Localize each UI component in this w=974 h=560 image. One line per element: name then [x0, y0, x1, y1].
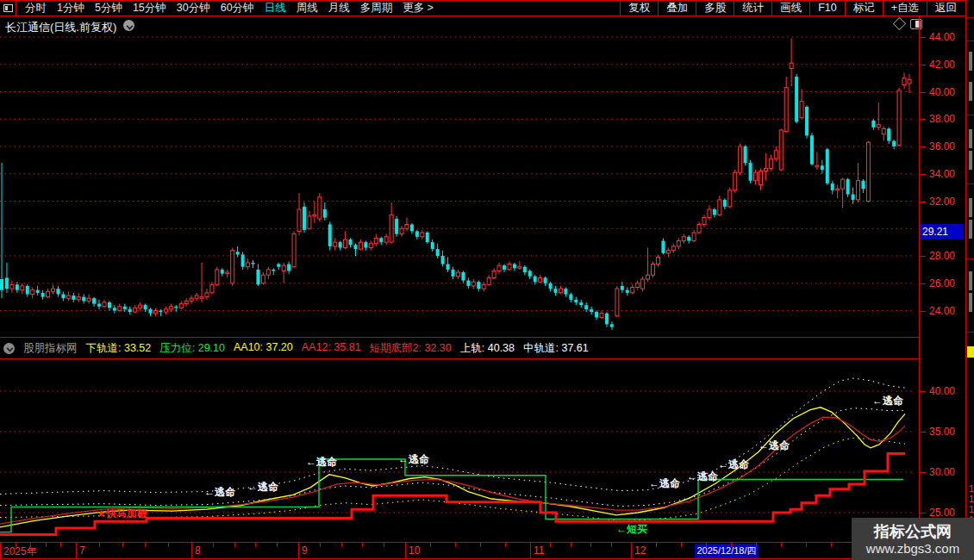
indicator-chart[interactable]: ←逃命←逃命←逃命←逃命←逃命←逃命←逃命←逃命←逃命←短买★快马加鞭 [0, 359, 919, 542]
indicator-line-短期底部2 [0, 453, 905, 534]
price-axis-label: 32.00 [929, 196, 955, 208]
tool-item-返回[interactable]: 返回 [927, 1, 965, 16]
side-panel-sliver[interactable]: 1111111 [965, 0, 974, 560]
tool-item-画线[interactable]: 画线 [771, 1, 809, 16]
indicator-value-下轨道: 下轨道: 33.52 [86, 341, 152, 356]
axis-tick [920, 472, 926, 473]
annotation: ←短买 [616, 523, 647, 535]
indicator-value-中轨道: 中轨道: 37.61 [523, 341, 589, 356]
sliver-text-fragment [969, 293, 972, 312]
period-item-日线[interactable]: 日线 [265, 1, 286, 16]
time-tick-minor [46, 543, 47, 547]
period-menu: 分时1分钟5分钟15分钟30分钟60分钟日线周线月线多周期更多 > [25, 1, 434, 16]
period-item-30分钟[interactable]: 30分钟 [177, 1, 210, 16]
axis-tick [920, 119, 926, 120]
indicator-value-AA10: AA10: 37.20 [234, 341, 293, 356]
layout-icon [3, 4, 13, 12]
time-tick-minor [255, 543, 256, 547]
period-item-15分钟[interactable]: 15分钟 [133, 1, 166, 16]
axis-tick [920, 283, 926, 284]
annotation: ←逃命 [649, 477, 680, 489]
axis-tick [920, 37, 926, 38]
annotation: ←逃命 [398, 453, 429, 465]
time-tick-minor [756, 543, 757, 547]
period-item-1分钟[interactable]: 1分钟 [57, 1, 84, 16]
indicator-axis-label: 30.00 [929, 466, 955, 478]
period-item-5分钟[interactable]: 5分钟 [95, 1, 122, 16]
diamond-icon[interactable] [893, 17, 907, 31]
annotation: ←逃命 [247, 481, 278, 493]
axis-tick [920, 202, 926, 202]
period-item-分时[interactable]: 分时 [25, 1, 47, 16]
price-axis-label: 38.00 [929, 113, 955, 125]
watermark-title: 指标公式网 [874, 522, 952, 541]
time-axis-label: 11 [534, 544, 544, 557]
axis-tick [920, 256, 926, 257]
period-item-月线[interactable]: 月线 [328, 1, 350, 16]
tool-item-F10[interactable]: F10 [809, 1, 845, 16]
tool-item-叠加[interactable]: 叠加 [658, 1, 696, 16]
price-axis-label: 28.00 [929, 250, 955, 262]
period-item-周线[interactable]: 周线 [297, 1, 318, 16]
indicator-header: 股朋指标网 下轨道: 33.52压力位: 29.10AA10: 37.20AA1… [0, 337, 919, 359]
price-axis-label: 34.00 [929, 168, 955, 180]
indicator-axis-label: 40.00 [929, 385, 955, 397]
sliver-separator [966, 40, 974, 41]
tool-item-+自选[interactable]: +自选 [883, 1, 927, 16]
period-item-多周期[interactable]: 多周期 [360, 1, 393, 16]
sliver-text-fragment [969, 271, 972, 290]
watermark: 指标公式网 www.zbgs3.com [852, 518, 974, 560]
time-tick-minor [656, 543, 657, 547]
time-tick-minor [571, 543, 571, 547]
time-tick-minor [430, 543, 431, 547]
period-item-60分钟[interactable]: 60分钟 [221, 1, 254, 16]
main-candlestick-chart[interactable] [0, 34, 919, 338]
annotation: ←逃命 [718, 458, 749, 470]
time-axis-label: 8 [195, 544, 201, 557]
sliver-text-fragment [969, 52, 972, 71]
sliver-digit: 1 [969, 505, 974, 514]
time-tick-minor [831, 543, 832, 547]
tool-item-多股[interactable]: 多股 [696, 1, 734, 16]
sliver-digit: 1 [969, 484, 974, 494]
price-axis-label: 26.00 [929, 277, 955, 289]
price-axis-line [919, 16, 920, 559]
price-axis-label: 42.00 [929, 59, 955, 71]
indicator-line-上轨 [0, 378, 905, 494]
tool-item-标记[interactable]: 标记 [845, 1, 883, 16]
indicator-value-压力位: 压力位: 29.10 [159, 341, 225, 356]
time-tick-minor [505, 543, 506, 547]
period-item-更多 >[interactable]: 更多 > [403, 1, 434, 16]
axis-tick [920, 92, 926, 93]
chevron-down-icon[interactable] [3, 343, 15, 354]
sliver-separator [966, 115, 974, 115]
time-tick-minor [341, 543, 342, 547]
sliver-separator [966, 258, 974, 259]
tool-item-复权[interactable]: 复权 [620, 1, 658, 16]
time-axis-label: 7 [79, 544, 85, 557]
chevron-down-icon[interactable] [123, 20, 134, 31]
sliver-highlight-cell [967, 346, 974, 358]
app-window: 分时1分钟5分钟15分钟30分钟60分钟日线周线月线多周期更多 > 复权叠加多股… [0, 0, 974, 560]
window-menu-button[interactable] [0, 1, 16, 16]
time-axis-label: 9 [302, 544, 308, 557]
time-tick-minor [480, 543, 481, 547]
time-tick-major [191, 543, 192, 558]
indicator-source-label: 股朋指标网 [23, 341, 78, 356]
time-tick-minor [99, 543, 100, 547]
time-tick-major [0, 543, 1, 558]
sliver-text-fragment [969, 129, 972, 148]
time-tick-minor [590, 543, 591, 547]
time-tick-minor [681, 543, 682, 547]
price-axis-label: 40.00 [929, 86, 955, 98]
time-tick-minor [213, 543, 214, 547]
time-tick-minor [384, 543, 384, 547]
time-tick-major [530, 543, 531, 558]
watermark-url: www.zbgs3.com [866, 541, 959, 557]
time-tick-major [631, 543, 632, 558]
indicator-line-中轨道 [0, 408, 905, 507]
price-axis-label: 24.00 [929, 305, 955, 317]
time-tick-minor [706, 543, 707, 547]
tool-item-统计[interactable]: 统计 [734, 1, 771, 16]
panel-toggle-icon[interactable] [910, 19, 922, 29]
